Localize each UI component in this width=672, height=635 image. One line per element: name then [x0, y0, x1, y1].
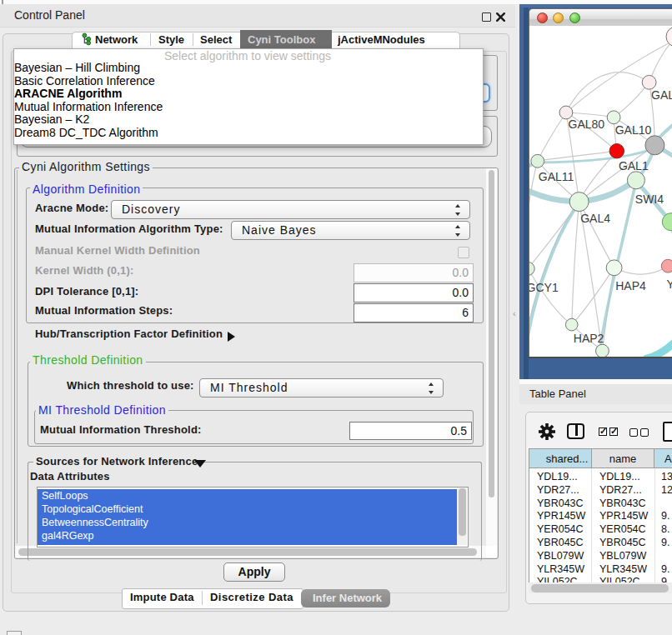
svg-text:GAL4: GAL4 — [580, 212, 610, 225]
svg-text:GAL80: GAL80 — [569, 118, 605, 131]
svg-text:GAL1: GAL1 — [619, 159, 649, 172]
svg-text:GCY1: GCY1 — [529, 281, 559, 294]
svg-text:GAL10: GAL10 — [615, 123, 652, 137]
svg-text:HAP4: HAP4 — [615, 279, 646, 292]
svg-text:HAP2: HAP2 — [574, 332, 604, 345]
svg-text:GAL11: GAL11 — [539, 170, 574, 183]
svg-text:GAL2: GAL2 — [651, 88, 672, 102]
svg-text:Y: Y — [667, 278, 672, 291]
svg-text:SWI4: SWI4 — [635, 192, 664, 206]
